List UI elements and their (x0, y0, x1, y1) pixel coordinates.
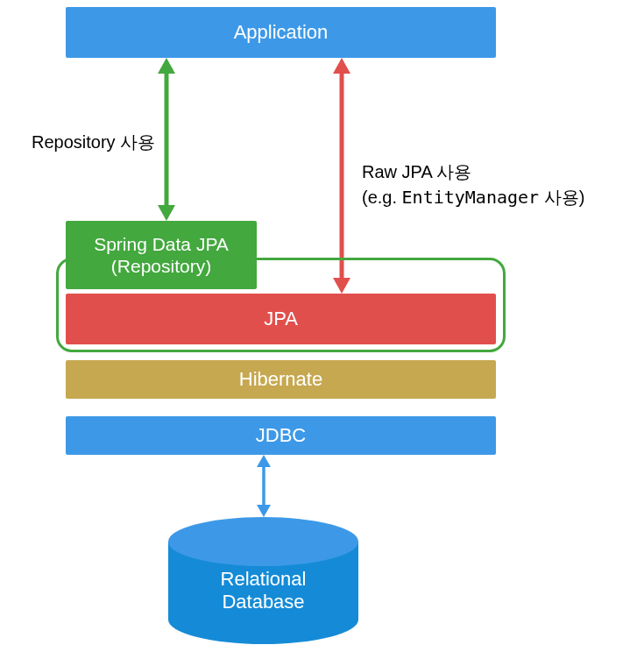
box-label-line2: (Repository) (94, 255, 229, 277)
db-label-line2: Database (168, 591, 358, 613)
box-application: Application (66, 7, 496, 58)
label-text: Repository 사용 (32, 132, 155, 152)
svg-marker-5 (333, 278, 350, 294)
box-label: Hibernate (239, 368, 322, 391)
label-line2: (e.g. EntityManager 사용) (362, 185, 584, 210)
box-label: JDBC (256, 424, 306, 447)
svg-marker-2 (158, 205, 175, 221)
box-hibernate: Hibernate (66, 360, 496, 399)
svg-marker-1 (158, 58, 175, 74)
box-spring-data-jpa: Spring Data JPA (Repository) (66, 221, 257, 289)
svg-marker-4 (333, 58, 350, 74)
database-cylinder: Relational Database (168, 517, 358, 644)
box-label: Application (234, 21, 329, 44)
svg-marker-8 (257, 505, 271, 517)
svg-marker-7 (257, 455, 271, 467)
label-repository-usage: Repository 사용 (32, 130, 155, 155)
box-label: JPA (264, 308, 298, 330)
cylinder-top-ellipse (168, 517, 358, 566)
label-raw-jpa-usage: Raw JPA 사용 (e.g. EntityManager 사용) (362, 159, 584, 210)
arrow-app-to-jpa (329, 58, 355, 294)
box-jpa: JPA (66, 294, 496, 344)
db-label-line1: Relational (168, 568, 358, 591)
arrow-app-to-springdatajpa (153, 58, 180, 221)
architecture-diagram: Application Repository 사용 Raw JPA 사용 (e.… (0, 0, 644, 659)
label-line1: Raw JPA 사용 (362, 159, 584, 185)
database-label: Relational Database (168, 568, 358, 614)
arrow-jdbc-to-database (254, 455, 273, 517)
box-label-line1: Spring Data JPA (94, 233, 229, 255)
box-jdbc: JDBC (66, 416, 496, 455)
